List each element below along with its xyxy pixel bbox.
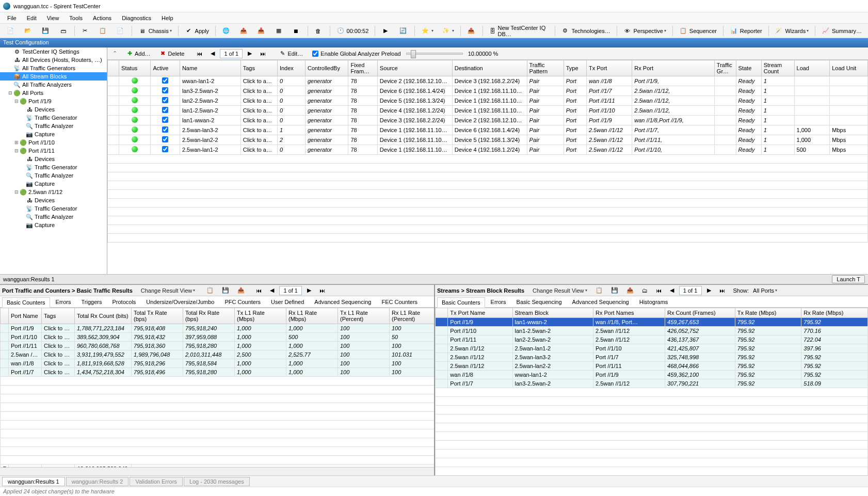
expander-icon[interactable]: ⊟ — [13, 189, 20, 195]
table-row[interactable]: wan //1/8wwan-lan1-2Port //1/9459,362,10… — [436, 371, 868, 379]
tree-item-15[interactable]: 🔍Traffic Analyzer — [0, 171, 107, 180]
rp-ico2[interactable]: 💾 — [607, 285, 622, 295]
lp-ico3[interactable]: 📤 — [234, 285, 248, 295]
lp-prev[interactable]: ◀ — [266, 285, 278, 295]
rp-ico1[interactable]: 📋 — [592, 285, 606, 295]
col-header[interactable]: Destination — [452, 60, 527, 76]
refresh-button[interactable]: 🔄 — [395, 25, 412, 37]
table-row[interactable]: 2.5wan-lan1-2Click to ad…0generator78Dev… — [108, 145, 868, 155]
table-row[interactable]: 2.5wan //1/122.5wan-lan2-2Port //1/11468… — [436, 362, 868, 371]
active-checkbox[interactable] — [162, 146, 168, 152]
table-row[interactable]: lan3-2.5wan-2Click to ad…0generator78Dev… — [108, 86, 868, 96]
tb-icon-3[interactable]: 📥 — [253, 25, 270, 37]
sub-tab[interactable]: Basic Sequencing — [512, 297, 567, 307]
sub-tab[interactable]: Basic Counters — [437, 297, 485, 308]
table-row[interactable]: Port //1/10Click to ad…389,562,309,90479… — [1, 333, 435, 342]
col-header[interactable]: Rx Port — [632, 60, 715, 76]
col-header[interactable]: Type — [564, 60, 586, 76]
page-next[interactable]: ▶ — [244, 49, 255, 58]
collapse-icon[interactable]: ⌃ — [112, 50, 117, 57]
tree-item-9[interactable]: 🔍Traffic Analyzer — [0, 122, 107, 130]
col-header[interactable]: Tx L1 Rate (Percent) — [338, 308, 390, 324]
menu-edit[interactable]: Edit — [22, 13, 42, 23]
sub-tab[interactable]: FEC Counters — [377, 297, 422, 307]
expander-icon[interactable]: ⊟ — [7, 90, 13, 95]
tb-icon-6[interactable]: 🗑 — [311, 25, 327, 37]
table-row[interactable]: 2.5wan //1/122.5wan-lan3-2Port //1/7325,… — [436, 353, 868, 362]
table-row[interactable]: 2.5wan-lan2-2Click to ad…2generator78Dev… — [108, 135, 868, 145]
tree-item-11[interactable]: ⊞🟢Port //1/10 — [0, 138, 107, 147]
active-checkbox[interactable] — [162, 126, 168, 133]
cut-button[interactable]: ✂ — [77, 25, 94, 37]
col-header[interactable]: Tags — [240, 60, 277, 76]
tree-item-7[interactable]: 🖧Devices — [0, 105, 107, 114]
sub-tab[interactable]: Errors — [486, 297, 511, 307]
launch-button[interactable]: Launch T — [832, 275, 865, 283]
save-button[interactable]: 💾 — [38, 25, 54, 37]
tree-item-1[interactable]: 🖧All Devices (Hosts, Routers, …) — [0, 56, 107, 64]
col-header[interactable]: Name — [180, 60, 240, 76]
col-header[interactable]: Tx Port — [586, 60, 632, 76]
saveall-button[interactable]: 🗃 — [55, 25, 72, 37]
delete-button[interactable]: ✖Delete — [155, 48, 188, 59]
lp-first[interactable]: ⏮ — [252, 286, 265, 295]
active-checkbox[interactable] — [162, 117, 168, 123]
tree-item-17[interactable]: ⊟🟢2.5wan //1/12 — [0, 188, 107, 196]
rp-first[interactable]: ⏮ — [652, 286, 665, 295]
col-header[interactable]: Total Rx Count (bits) — [75, 308, 132, 324]
col-header[interactable]: Source — [377, 60, 452, 76]
sub-tab[interactable]: Errors — [51, 297, 76, 307]
lp-ico1[interactable]: 📋 — [203, 285, 217, 295]
menu-diagnostics[interactable]: Diagnostics — [117, 13, 156, 23]
menu-tools[interactable]: Tools — [64, 13, 88, 23]
tree-item-19[interactable]: 📡Traffic Generator — [0, 204, 107, 213]
open-button[interactable]: 📂 — [20, 25, 37, 37]
table-row[interactable]: Port //1/11Click to ad…960,780,608,76879… — [1, 342, 435, 350]
active-checkbox[interactable] — [162, 107, 168, 113]
show-dropdown[interactable]: All Ports — [749, 286, 785, 295]
reporter-button[interactable]: 📊Reporter — [726, 25, 766, 37]
right-change-result-view[interactable]: Change Result View — [529, 286, 590, 295]
col-header[interactable]: Rx Rate (Mbps) — [801, 308, 868, 318]
col-header[interactable]: Traffic Pattern — [527, 60, 564, 76]
col-header[interactable]: Fixed Fram… — [348, 60, 377, 76]
apply-button[interactable]: ✔Apply — [181, 25, 213, 37]
rp-last[interactable]: ⏭ — [716, 286, 729, 295]
tree-item-18[interactable]: 🖧Devices — [0, 196, 107, 204]
tb-star-dd[interactable]: ⭐ — [417, 25, 437, 37]
table-row[interactable]: 2.5wan //…Click to ad…3,931,199,479,5521… — [1, 350, 435, 359]
table-row[interactable]: lan2-2.5wan-2Click to ad…0generator78Dev… — [108, 96, 868, 106]
table-row[interactable]: Port //1/10lan1-2.5wan-22.5wan //1/12426… — [436, 327, 868, 335]
sub-tab[interactable]: Protocols — [107, 297, 140, 307]
table-row[interactable]: Port //1/9lan1-wwan-2wan //1/8, Port…459… — [436, 318, 868, 327]
new-button[interactable]: 📄 — [3, 25, 19, 37]
tb-icon-1[interactable]: 🌐 — [218, 25, 235, 37]
tree-item-21[interactable]: 📷Capture — [0, 221, 107, 229]
tree-item-3[interactable]: 📦All Stream Blocks — [0, 72, 107, 81]
page-input[interactable] — [220, 49, 243, 58]
tree-item-16[interactable]: 📷Capture — [0, 180, 107, 188]
expander-icon[interactable]: ⊟ — [13, 99, 20, 104]
table-row[interactable]: Port //1/9Click to ad…1,788,771,223,1847… — [1, 324, 435, 333]
active-checkbox[interactable] — [162, 136, 168, 142]
lp-last[interactable]: ⏭ — [316, 286, 329, 295]
lp-next[interactable]: ▶ — [303, 285, 315, 295]
col-header[interactable]: Load Unit — [830, 60, 868, 76]
rp-next[interactable]: ▶ — [703, 285, 715, 295]
tree-item-13[interactable]: 🖧Devices — [0, 155, 107, 163]
lp-page[interactable] — [279, 286, 302, 295]
col-header[interactable]: Rx Count (Frames) — [665, 308, 735, 318]
sub-tab[interactable]: Basic Counters — [2, 297, 50, 308]
footer-tab[interactable]: Validation Errors — [130, 477, 183, 486]
tb-star2-dd[interactable]: ✨ — [438, 25, 458, 37]
left-hscroll[interactable] — [0, 467, 434, 475]
summary-button[interactable]: 📈Summary… — [818, 25, 865, 37]
footer-tab[interactable]: wangguan:Results 2 — [66, 477, 129, 486]
col-header[interactable]: Tx L1 Rate (Mbps) — [235, 308, 286, 324]
rp-page[interactable] — [679, 286, 702, 295]
tree-item-8[interactable]: 📡Traffic Generator — [0, 114, 107, 122]
page-last[interactable]: ⏭ — [256, 49, 269, 58]
tree-item-10[interactable]: 📷Capture — [0, 130, 107, 138]
footer-tab[interactable]: wangguan:Results 1 — [2, 477, 65, 486]
rp-prev[interactable]: ◀ — [666, 285, 678, 295]
